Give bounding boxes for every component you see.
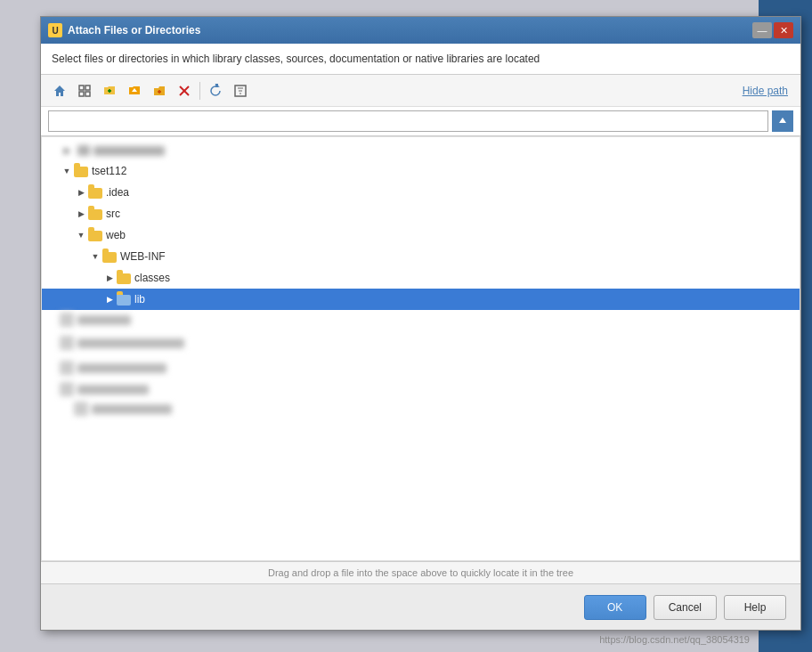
close-button[interactable]: ✕	[774, 22, 793, 38]
folder-icon-webinf	[102, 250, 117, 263]
folder-up-icon	[127, 84, 142, 98]
drag-hint-bar: Drag and drop a file into the space abov…	[41, 561, 800, 583]
home-button[interactable]	[48, 80, 71, 102]
toolbar-separator	[199, 82, 200, 100]
folder-icon-src	[88, 208, 102, 220]
tree-row-blurred-top: ▶	[42, 137, 800, 160]
new-folder-icon	[152, 84, 166, 98]
bottom-bar: OK Cancel Help	[41, 583, 800, 630]
grid-button[interactable]	[73, 80, 96, 102]
titlebar: U Attach Files or Directories — ✕	[41, 17, 800, 44]
folder-icon-idea	[88, 186, 102, 199]
folder-create-icon	[102, 84, 117, 98]
description-bar: Select files or directories in which lib…	[41, 44, 800, 75]
expand-arrow-web[interactable]: ▼	[74, 228, 88, 242]
dialog-title: Attach Files or Directories	[68, 24, 200, 37]
tree-row-webinf[interactable]: ▼ WEB-INF	[42, 246, 800, 267]
tree-row-web[interactable]: ▼ web	[42, 224, 800, 246]
tree-label-web: web	[106, 229, 126, 241]
folder-icon-web	[88, 229, 102, 241]
app-icon: U	[48, 23, 62, 37]
tree-label-tset112: tset112	[92, 165, 126, 177]
description-text: Select files or directories in which lib…	[52, 53, 540, 65]
drag-hint-text: Drag and drop a file into the space abov…	[268, 567, 573, 578]
tree-label-src: src	[106, 208, 120, 220]
tree-row-classes[interactable]: ▶ classes	[42, 267, 800, 289]
file-tree[interactable]: ▶ ▼ tset112 ▶ .idea ▶	[41, 136, 800, 561]
svg-marker-12	[215, 84, 218, 87]
svg-marker-0	[54, 86, 65, 96]
delete-button[interactable]	[173, 80, 196, 102]
toolbar: Hide path	[41, 75, 800, 107]
refresh-button[interactable]	[204, 80, 227, 102]
hide-path-button[interactable]: Hide path	[737, 83, 793, 99]
path-input[interactable]	[48, 110, 768, 132]
grid-icon	[77, 84, 92, 98]
tree-row-lib[interactable]: ▶ lib	[42, 289, 800, 310]
svg-rect-3	[79, 92, 84, 96]
expand-arrow-src[interactable]: ▶	[74, 207, 88, 221]
dialog-window: U Attach Files or Directories — ✕ Select…	[40, 16, 801, 631]
path-browse-button[interactable]	[772, 110, 793, 132]
expand-arrow-tset112[interactable]: ▼	[60, 164, 74, 178]
refresh-icon	[208, 84, 223, 98]
folder-icon-classes	[117, 272, 131, 284]
svg-rect-2	[85, 86, 90, 90]
home-icon	[53, 84, 67, 98]
folder-icon-lib	[117, 293, 131, 306]
expand-arrow-idea[interactable]: ▶	[74, 185, 88, 200]
folder-up-button[interactable]	[123, 80, 146, 102]
folder-icon-tset112	[74, 165, 88, 177]
new-folder-button[interactable]	[98, 80, 121, 102]
new-folder2-button[interactable]	[148, 80, 171, 102]
tree-label-webinf: WEB-INF	[120, 250, 166, 263]
filter-button[interactable]	[229, 80, 252, 102]
expand-arrow-classes[interactable]: ▶	[102, 271, 117, 285]
help-button[interactable]: Help	[724, 595, 786, 620]
delete-icon	[177, 84, 191, 98]
tree-label-idea: .idea	[106, 186, 129, 199]
cancel-button[interactable]: Cancel	[654, 595, 717, 620]
blurred-rows-below	[42, 310, 800, 419]
expand-arrow-lib[interactable]: ▶	[102, 292, 117, 306]
svg-rect-1	[79, 86, 84, 90]
browse-icon	[777, 116, 788, 126]
svg-rect-4	[85, 92, 90, 96]
tree-label-classes: classes	[134, 272, 170, 284]
tree-label-lib: lib	[134, 293, 145, 306]
expand-arrow-webinf[interactable]: ▼	[88, 249, 102, 264]
tree-row-idea[interactable]: ▶ .idea	[42, 182, 800, 203]
watermark: https://blog.csdn.net/qq_38054319	[599, 634, 750, 645]
toolbar-buttons	[48, 80, 252, 102]
ok-button[interactable]: OK	[584, 595, 646, 620]
tree-row-src[interactable]: ▶ src	[42, 203, 800, 224]
path-bar	[41, 107, 800, 136]
titlebar-controls: — ✕	[752, 22, 793, 38]
tree-row-tset112[interactable]: ▼ tset112	[42, 160, 800, 182]
svg-marker-17	[779, 118, 786, 123]
filter-icon	[233, 84, 248, 98]
minimize-button[interactable]: —	[752, 22, 772, 38]
titlebar-left: U Attach Files or Directories	[48, 23, 200, 37]
